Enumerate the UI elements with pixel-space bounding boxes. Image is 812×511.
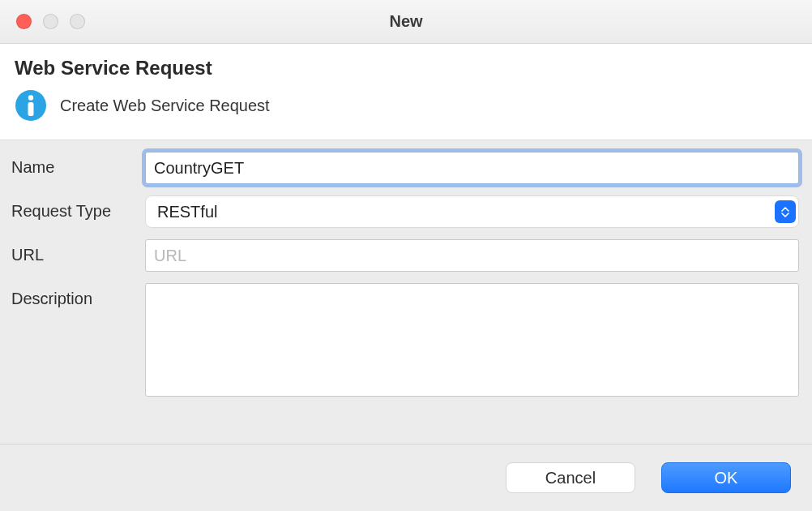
- minimize-window-button[interactable]: [43, 14, 58, 29]
- description-label: Description: [11, 283, 145, 308]
- svg-rect-2: [28, 102, 34, 116]
- svg-point-1: [28, 95, 33, 100]
- chevron-updown-icon: [775, 200, 796, 223]
- header-subline: Create Web Service Request: [15, 89, 797, 122]
- titlebar: New: [0, 0, 812, 44]
- request-type-value: RESTful: [157, 203, 217, 221]
- page-title: Web Service Request: [15, 57, 797, 79]
- name-input[interactable]: [145, 152, 799, 184]
- maximize-window-button[interactable]: [70, 14, 85, 29]
- info-icon: [15, 89, 47, 122]
- dialog-header: Web Service Request Create Web Service R…: [0, 44, 812, 140]
- dialog-footer: Cancel OK: [0, 444, 812, 511]
- ok-button[interactable]: OK: [661, 462, 791, 493]
- url-input[interactable]: [145, 239, 799, 272]
- description-textarea[interactable]: [145, 283, 799, 397]
- name-label: Name: [11, 152, 145, 177]
- window-controls: [0, 14, 85, 29]
- page-subtitle: Create Web Service Request: [60, 97, 270, 115]
- window-title: New: [389, 12, 422, 31]
- url-label: URL: [11, 239, 145, 264]
- cancel-button[interactable]: Cancel: [506, 462, 635, 493]
- request-type-label: Request Type: [11, 195, 145, 221]
- form-area: Name Request Type RESTful URL Descriptio…: [0, 140, 812, 429]
- request-type-select[interactable]: RESTful: [145, 195, 799, 228]
- close-window-button[interactable]: [16, 14, 32, 29]
